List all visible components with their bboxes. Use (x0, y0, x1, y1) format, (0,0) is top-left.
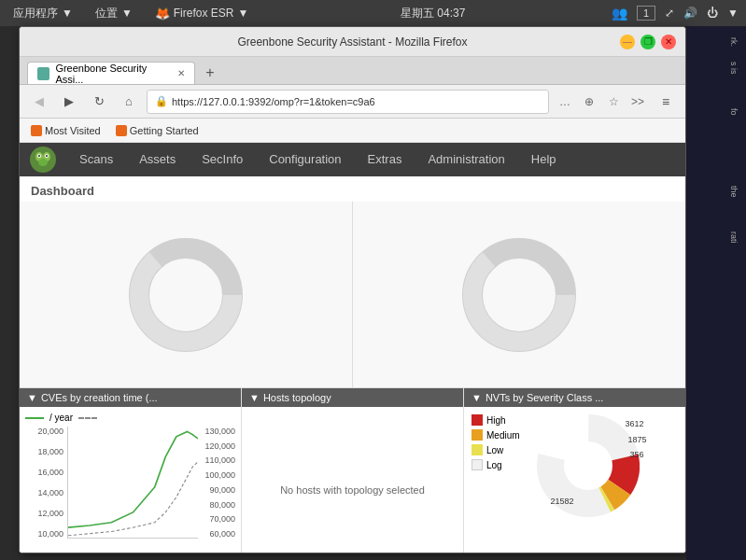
label-356: 356 (630, 450, 644, 459)
most-visited-favicon (31, 125, 42, 136)
chart-plot (67, 427, 198, 539)
label-3612: 3612 (626, 419, 644, 428)
home-button[interactable]: ⌂ (117, 90, 141, 114)
nav-help[interactable]: Help (518, 143, 570, 176)
nav-extras[interactable]: Extras (355, 143, 415, 176)
bookmark-most-visited[interactable]: Most Visited (27, 123, 105, 138)
label-21582: 21582 (551, 497, 574, 506)
nav-scans[interactable]: Scans (66, 143, 126, 176)
hosts-panel: ▼ Hosts topology No hosts with topology … (242, 388, 464, 553)
expand-button[interactable]: >> (627, 91, 648, 112)
svg-point-7 (46, 155, 48, 157)
nav-bar: ◀ ▶ ↻ ⌂ 🔒 https://127.0.0.1:9392/omp?r=1… (20, 85, 685, 119)
cve-legend: / year (25, 413, 235, 423)
medium-color (472, 429, 483, 441)
greenbone-menu: Scans Assets SecInfo Configuration Extra… (66, 143, 570, 176)
legend-high: High (472, 414, 520, 426)
nvt-content: High Medium Low (464, 407, 685, 527)
high-color (472, 414, 483, 426)
nvts-header-title: NVTs by Severity Class ... (486, 392, 604, 403)
line-chart: 20,000 18,000 16,000 14,000 12,000 10,00… (25, 427, 235, 539)
low-color (472, 444, 483, 455)
donut-chart-right (353, 202, 685, 387)
svg-point-3 (38, 159, 48, 166)
cve-panel-body: / year 20,000 18,000 16,000 14,000 12,00… (20, 407, 241, 553)
tab-label: Greenbone Security Assi... (55, 63, 172, 85)
desktop-text-4: the (690, 182, 742, 202)
most-visited-label: Most Visited (45, 125, 101, 136)
cve-header-title: CVEs by creation time (... (41, 392, 158, 403)
line-chart-svg (68, 427, 198, 538)
browser-launcher[interactable]: 🦊 Firefox ESR ▼ (149, 5, 255, 22)
cve-chart-area: / year 20,000 18,000 16,000 14,000 12,00… (20, 407, 241, 553)
power-icon: ⏻ (707, 7, 718, 20)
url-bar[interactable]: 🔒 https://127.0.0.1:9392/omp?r=1&token=c… (147, 90, 549, 114)
logo-svg (29, 146, 57, 174)
tab-favicon (37, 67, 49, 80)
tab-close-button[interactable]: ✕ (177, 68, 185, 78)
desktop-text-5: rati (690, 228, 742, 247)
nvts-panel-header: ▼ NVTs by Severity Class ... (464, 388, 685, 407)
greenbone-logo[interactable] (20, 143, 66, 176)
taskbar: 应用程序 ▼ 位置 ▼ 🦊 Firefox ESR ▼ 星期五 04:37 👥 … (0, 0, 746, 26)
nav-configuration[interactable]: Configuration (256, 143, 354, 176)
y-axis-right: 130,000 120,000 110,000 100,000 90,000 8… (198, 427, 235, 539)
position-menu[interactable]: 位置 ▼ (90, 4, 138, 23)
nav-assets[interactable]: Assets (126, 143, 189, 176)
nvt-donut-chart: 3612 1875 356 21582 (537, 414, 640, 520)
right-donut (458, 234, 580, 356)
legend-log: Log (472, 459, 520, 470)
app-menu[interactable]: 应用程序 ▼ (7, 4, 78, 23)
desktop-side-panel: rk. s is fo the rati (686, 26, 746, 560)
bookmark-button[interactable]: ⊕ (579, 91, 599, 112)
resize-icon: ⤢ (665, 7, 674, 20)
cve-header-arrow: ▼ (27, 392, 37, 403)
app-menu-arrow: ▼ (62, 7, 73, 20)
medium-label: Medium (486, 430, 520, 441)
browser-tab-active[interactable]: Greenbone Security Assi... ✕ (27, 62, 195, 84)
legend-low: Low (472, 444, 520, 455)
right-donut-svg (458, 234, 580, 356)
nav-administration[interactable]: Administration (415, 143, 517, 176)
tab-bar: Greenbone Security Assi... ✕ + (20, 57, 685, 85)
cve-panel-header: ▼ CVEs by creation time (... (20, 388, 241, 407)
bottom-panels: ▼ CVEs by creation time (... / year (20, 388, 685, 553)
hosts-empty-message: No hosts with topology selected (242, 407, 463, 553)
nvt-legend: High Medium Low (472, 414, 520, 470)
reload-button[interactable]: ↻ (87, 90, 111, 114)
settings-arrow: ▼ (727, 7, 739, 20)
bookmark-getting-started[interactable]: Getting Started (112, 123, 203, 138)
url-text: https://127.0.0.1:9392/omp?r=1&token=c9a… (172, 96, 541, 107)
left-donut (125, 234, 246, 356)
legend-medium: Medium (472, 429, 520, 441)
nav-secinfo[interactable]: SecInfo (189, 143, 256, 176)
legend-line-year (25, 417, 44, 419)
browser-titlebar: Greenbone Security Assistant - Mozilla F… (20, 27, 685, 57)
desktop-text-1: rk. (690, 34, 742, 50)
nvts-panel: ▼ NVTs by Severity Class ... High (464, 388, 685, 553)
close-button[interactable]: ✕ (661, 35, 676, 49)
workspace-indicator[interactable]: 1 (637, 6, 655, 21)
browser-title: Greenbone Security Assistant - Mozilla F… (85, 35, 620, 49)
donut-charts-row (20, 202, 685, 388)
firefox-icon: 🦊 (155, 7, 170, 21)
new-tab-button[interactable]: + (199, 62, 221, 84)
left-donut-svg (125, 234, 246, 356)
url-actions: … ⊕ ☆ >> (555, 91, 648, 112)
bookmarks-bar: Most Visited Getting Started (20, 119, 685, 143)
back-button[interactable]: ◀ (27, 90, 51, 114)
browser-window: Greenbone Security Assistant - Mozilla F… (19, 26, 686, 553)
cve-panel: ▼ CVEs by creation time (... / year (20, 388, 242, 553)
app-content: Scans Assets SecInfo Configuration Extra… (20, 143, 685, 553)
maximize-button[interactable]: ❐ (640, 35, 655, 49)
label-1875: 1875 (628, 435, 647, 444)
forward-button[interactable]: ▶ (57, 90, 81, 114)
getting-started-favicon (116, 125, 127, 136)
more-button[interactable]: … (555, 91, 575, 112)
minimize-button[interactable]: — (620, 35, 635, 49)
getting-started-label: Getting Started (130, 125, 199, 136)
star-button[interactable]: ☆ (603, 91, 624, 112)
donut-chart-left (20, 202, 353, 387)
desktop-text-3: fo (690, 105, 742, 119)
menu-button[interactable]: ≡ (654, 90, 678, 114)
